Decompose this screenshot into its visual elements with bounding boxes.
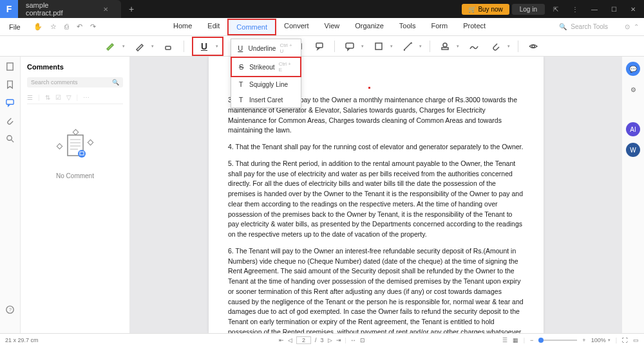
adjust-icon[interactable]: ⚙ [626, 82, 640, 96]
dropdown-underline[interactable]: U Underline Ctrl + U [231, 39, 301, 57]
search-tools[interactable]: 🔍 Search Tools ⊙ ⌃ [559, 23, 644, 30]
svg-rect-0 [166, 46, 171, 50]
pen-icon[interactable] [133, 39, 147, 53]
page-current[interactable]: 2 [296, 336, 311, 344]
dropdown-squiggly[interactable]: T Squiggly Line [231, 77, 301, 92]
empty-state: No Comment [27, 104, 123, 329]
svg-point-12 [443, 43, 447, 47]
underline-icon: U [236, 44, 245, 53]
shape-icon[interactable] [372, 39, 386, 53]
zoom-value[interactable]: 100% [591, 337, 606, 343]
menu-edit[interactable]: Edit [200, 19, 227, 35]
redo-icon[interactable]: ↷ [86, 23, 100, 31]
comment-bubble-icon[interactable] [343, 39, 357, 53]
underline-dropdown-button[interactable]: U▾ [192, 37, 223, 56]
share-badge-icon[interactable]: 💬 [626, 62, 640, 76]
paragraph[interactable]: 4. That the Tenant shall pay for the run… [228, 142, 524, 152]
zoom-slider[interactable] [538, 340, 577, 341]
close-icon[interactable]: ✕ [625, 3, 641, 15]
menu-comment[interactable]: Comment [227, 19, 276, 35]
statusbar: 21 x 29.7 cm ⇤ ◁ 2 / 3 ▷ ⇥ | ↔ ⊡ ☰ ▦ | −… [0, 333, 644, 346]
separator [184, 41, 184, 52]
prev-page-icon[interactable]: ◁ [288, 337, 292, 343]
layout-icon[interactable]: ▦ [513, 337, 518, 343]
bookmarks-icon[interactable] [5, 80, 15, 89]
signature-icon[interactable] [467, 39, 481, 53]
dropdown-strikeout[interactable]: S Strikeout Ctrl + E [231, 57, 301, 77]
attachment-icon[interactable] [489, 39, 503, 53]
chevron-up-icon[interactable]: ⌃ [634, 23, 639, 30]
collapse-icon[interactable]: ⊙ [625, 23, 630, 30]
empty-doc-icon [56, 130, 95, 162]
login-button[interactable]: Log in [512, 4, 545, 15]
first-page-icon[interactable]: ⇤ [279, 337, 284, 343]
measure-icon[interactable] [401, 39, 415, 53]
fit-page-icon[interactable]: ⊡ [360, 337, 365, 343]
titlebar: F sample contract.pdf ✕ + 🛒Buy now Log i… [0, 0, 644, 18]
left-rail: ? [0, 57, 21, 333]
separator [334, 41, 335, 52]
zoom-in-icon[interactable]: + [582, 337, 585, 343]
search-icon: 🔍 [559, 23, 567, 30]
document-area[interactable]: 3. That the Tenant shall pay to the Owne… [130, 57, 622, 333]
word-icon[interactable]: W [626, 143, 640, 157]
add-tab-button[interactable]: + [124, 1, 139, 17]
search-rail-icon[interactable] [5, 134, 15, 143]
highlighter-icon[interactable] [104, 39, 118, 53]
eraser-icon[interactable] [162, 39, 176, 53]
maximize-icon[interactable]: ☐ [605, 3, 622, 15]
zoom-out-icon[interactable]: − [530, 337, 533, 343]
print-icon[interactable]: ⎙ [61, 23, 73, 31]
marker-dot [368, 87, 370, 89]
more-icon[interactable]: ⋯ [83, 94, 90, 101]
paragraph[interactable]: 6. The Tenant will pay to the Owner an i… [228, 246, 524, 333]
menu-view[interactable]: View [317, 19, 348, 35]
help-icon[interactable]: ? [5, 305, 15, 314]
ai-icon[interactable]: AI [626, 122, 640, 136]
fit-width-icon[interactable]: ↔ [350, 337, 356, 343]
attachments-icon[interactable] [5, 116, 15, 125]
sort-icon[interactable]: ☑ [55, 94, 61, 101]
menu-protect[interactable]: Protect [455, 19, 493, 35]
menu-organize[interactable]: Organize [347, 19, 392, 35]
paragraph[interactable]: 5. That during the Rent period, in addit… [228, 159, 524, 240]
more-icon[interactable]: ⋮ [567, 3, 583, 15]
buy-now-button[interactable]: 🛒Buy now [462, 4, 509, 15]
menu-tools[interactable]: Tools [392, 19, 424, 35]
share-icon[interactable]: ⇱ [547, 3, 564, 15]
svg-rect-15 [6, 63, 12, 70]
dropdown-caret[interactable]: T Insert Caret [231, 92, 301, 107]
separator [518, 41, 518, 52]
svg-rect-7 [346, 43, 354, 48]
fullscreen-icon[interactable]: ⛶ [622, 337, 628, 343]
reading-mode-icon[interactable]: ▭ [633, 337, 639, 343]
menu-convert[interactable]: Convert [276, 19, 317, 35]
comments-icon[interactable] [5, 98, 15, 107]
tab-close-icon[interactable]: ✕ [103, 6, 108, 13]
undo-icon[interactable]: ↶ [73, 23, 86, 31]
next-page-icon[interactable]: ▷ [328, 337, 332, 343]
callout-icon[interactable] [312, 39, 327, 53]
svg-point-14 [532, 45, 535, 48]
thumbnails-icon[interactable] [5, 62, 15, 71]
document-tab[interactable]: sample contract.pdf ✕ [18, 0, 121, 18]
comments-title: Comments [27, 60, 123, 73]
quick-icons: ✋ ☆ ⎙ ↶ ↷ [30, 23, 100, 31]
svg-point-26 [78, 150, 86, 158]
svg-line-18 [11, 140, 14, 142]
menu-form[interactable]: Form [424, 19, 456, 35]
comments-search[interactable]: Search comments 🔍 [27, 77, 123, 87]
list-icon[interactable]: ☰ [27, 94, 33, 101]
view-mode-icon[interactable]: ☰ [502, 337, 507, 343]
menu-home[interactable]: Home [166, 19, 200, 35]
stamp-icon[interactable] [438, 39, 452, 53]
star-icon[interactable]: ☆ [46, 23, 61, 31]
strikeout-icon: S [237, 62, 245, 71]
filter-icon[interactable]: ⇅ [45, 94, 50, 101]
minimize-icon[interactable]: — [586, 3, 603, 15]
last-page-icon[interactable]: ⇥ [336, 337, 341, 343]
file-menu[interactable]: File [0, 23, 30, 31]
filter2-icon[interactable]: ▽ [66, 94, 71, 101]
hand-icon[interactable]: ✋ [30, 23, 46, 31]
hide-icon[interactable] [526, 39, 540, 53]
